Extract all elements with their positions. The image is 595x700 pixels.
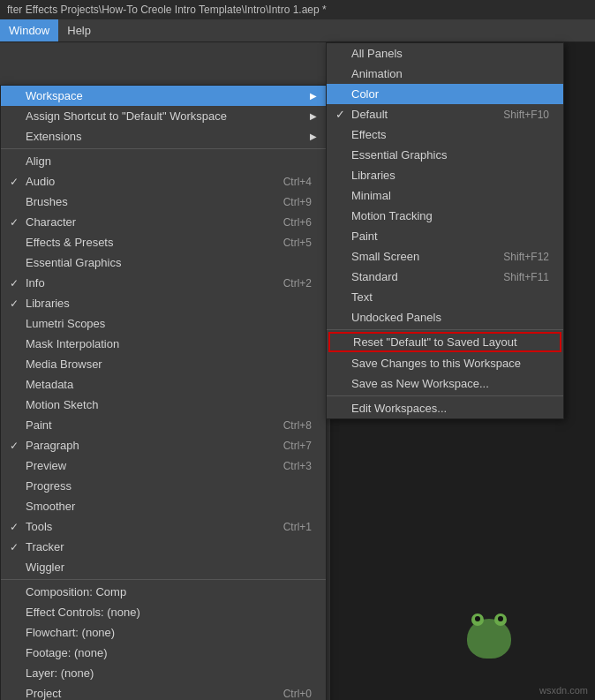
menu-item-paragraph[interactable]: ✓ Paragraph Ctrl+7 [1,435,326,455]
menu-item-brushes[interactable]: Brushes Ctrl+9 [1,192,326,212]
checkmark-default: ✓ [335,108,345,121]
submenu-item-edit-workspaces[interactable]: Edit Workspaces... [327,398,563,418]
menu-item-audio[interactable]: ✓ Audio Ctrl+4 [1,171,326,192]
watermark: wsxdn.com [539,685,588,696]
workspace-separator-2 [327,395,563,396]
submenu-item-minimal[interactable]: Minimal [327,185,563,206]
menu-item-preview[interactable]: Preview Ctrl+3 [1,455,326,476]
menu-item-tracker[interactable]: ✓ Tracker [1,537,326,557]
submenu-item-paint[interactable]: Paint [327,226,563,246]
menu-item-project[interactable]: Project Ctrl+0 [1,683,326,700]
menu-item-wiggler[interactable]: Wiggler [1,557,326,577]
title-bar: fter Effects Projects\How-To Creole Intr… [0,0,595,19]
title-text: fter Effects Projects\How-To Creole Intr… [7,4,327,16]
separator-2 [1,579,326,580]
menu-item-align[interactable]: Align [1,151,326,171]
menu-item-info[interactable]: ✓ Info Ctrl+2 [1,273,326,293]
menu-item-media-browser[interactable]: Media Browser [1,354,326,374]
menu-help[interactable]: Help [58,19,100,41]
menu-item-lumetri[interactable]: Lumetri Scopes [1,313,326,334]
menu-item-effects-presets[interactable]: Effects & Presets Ctrl+5 [1,232,326,252]
submenu-item-color[interactable]: Color [327,84,563,104]
submenu-item-text[interactable]: Text [327,287,563,307]
frog-eye-left [471,613,484,626]
menu-bar: Window Help [0,19,595,42]
menu-item-assign-shortcut[interactable]: Assign Shortcut to "Default" Workspace [1,106,326,126]
submenu-item-save-as-new[interactable]: Save as New Workspace... [327,373,563,394]
menu-item-progress[interactable]: Progress [1,476,326,496]
submenu-item-all-panels[interactable]: All Panels [327,43,563,64]
checkmark-info: ✓ [10,277,19,290]
menu-item-tools[interactable]: ✓ Tools Ctrl+1 [1,516,326,537]
character-illustration [454,603,524,674]
submenu-item-standard[interactable]: Standard Shift+F11 [327,267,563,287]
menu-item-flowchart[interactable]: Flowchart: (none) [1,622,326,643]
frog-body [467,619,511,659]
submenu-item-animation[interactable]: Animation [327,64,563,84]
frog-pupil-right [498,616,503,621]
submenu-item-small-screen[interactable]: Small Screen Shift+F12 [327,246,563,267]
menu-window[interactable]: Window [0,19,58,41]
workspace-separator-1 [327,329,563,330]
submenu-item-motion-tracking[interactable]: Motion Tracking [327,206,563,226]
menu-item-smoother[interactable]: Smoother [1,496,326,516]
menu-item-composition-comp[interactable]: Composition: Comp [1,582,326,602]
submenu-item-libraries[interactable]: Libraries [327,165,563,185]
submenu-item-effects[interactable]: Effects [327,124,563,145]
checkmark-tools: ✓ [10,521,19,533]
frog-eye-right [494,613,507,626]
frog-pupil-left [475,616,480,621]
window-dropdown: Workspace Assign Shortcut to "Default" W… [0,85,327,700]
menu-item-libraries[interactable]: ✓ Libraries [1,293,326,313]
menu-item-mask-interpolation[interactable]: Mask Interpolation [1,334,326,354]
menu-item-paint[interactable]: Paint Ctrl+8 [1,415,326,435]
checkmark-paragraph: ✓ [10,440,19,452]
menu-item-motion-sketch[interactable]: Motion Sketch [1,395,326,415]
submenu-item-default[interactable]: ✓ Default Shift+F10 [327,104,563,124]
menu-item-metadata[interactable]: Metadata [1,374,326,395]
submenu-item-reset-default[interactable]: Reset "Default" to Saved Layout [328,332,561,352]
submenu-item-save-changes[interactable]: Save Changes to this Workspace [327,353,563,373]
checkmark-audio: ✓ [10,176,19,188]
menu-item-layer[interactable]: Layer: (none) [1,663,326,683]
checkmark-tracker: ✓ [10,541,19,553]
main-content: Workspace Assign Shortcut to "Default" W… [0,42,595,700]
submenu-item-essential-graphics[interactable]: Essential Graphics [327,145,563,165]
menu-item-essential-graphics[interactable]: Essential Graphics [1,252,326,273]
submenu-item-undocked-panels[interactable]: Undocked Panels [327,307,563,327]
checkmark-character: ✓ [10,216,19,229]
menu-item-workspace[interactable]: Workspace [1,86,326,106]
checkmark-libraries: ✓ [10,297,19,310]
menu-item-footage[interactable]: Footage: (none) [1,643,326,663]
menu-item-effect-controls[interactable]: Effect Controls: (none) [1,602,326,622]
workspace-submenu: All Panels Animation Color ✓ Default Shi… [326,42,564,419]
separator-1 [1,148,326,149]
menu-item-extensions[interactable]: Extensions [1,126,326,147]
menu-item-character[interactable]: ✓ Character Ctrl+6 [1,212,326,232]
